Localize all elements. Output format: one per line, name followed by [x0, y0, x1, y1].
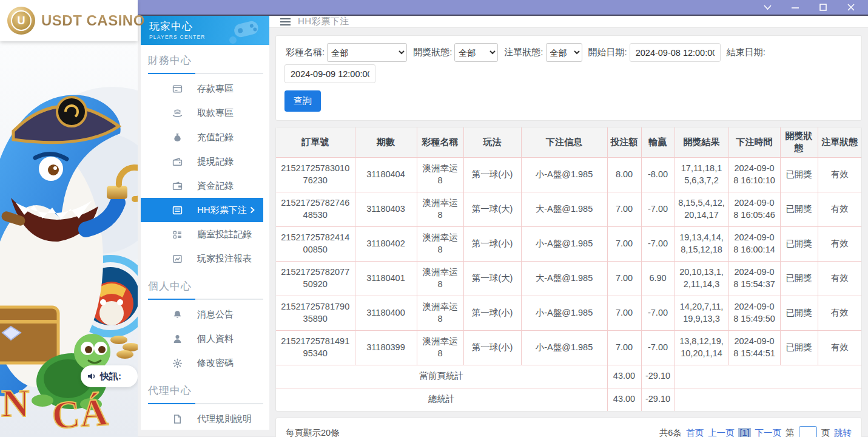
cell-draw-result: 17,11,18,15,6,3,7,2	[675, 157, 728, 192]
sidebar-item-label: 廳室投註記錄	[197, 229, 252, 240]
sidebar-item-withdraw-zone[interactable]: 取款專區	[141, 101, 263, 125]
end-date-input[interactable]	[284, 64, 375, 83]
lottery-select[interactable]: 全部	[327, 43, 407, 62]
sidebar-item-player-bet-report[interactable]: 玩家投注報表	[141, 246, 263, 271]
cell-period: 31180403	[355, 192, 417, 226]
cell-play-type: 第一球(大)	[463, 261, 521, 296]
grid-icon	[172, 229, 183, 240]
sidebar-item-profile[interactable]: 個人資料	[141, 327, 263, 351]
sidebar-item-label: 取款專區	[197, 107, 234, 119]
gear-icon	[172, 358, 183, 368]
cell-period: 31180402	[355, 226, 417, 261]
sidebar-item-funds-record[interactable]: 資金記錄	[141, 174, 263, 198]
col-header-bet-info: 下注信息	[521, 127, 607, 157]
cell-order-no: 2152172578301076230	[276, 157, 355, 192]
window-close-icon[interactable]	[846, 2, 856, 12]
page-size-text: 每頁顯示20條	[286, 427, 340, 437]
hand-coin-icon	[172, 108, 183, 118]
cell-bet-info: 小-A盤@1.985	[521, 296, 607, 330]
cell-draw-status: 已開獎	[780, 330, 818, 365]
cell-lottery-name: 澳洲幸运8	[417, 296, 463, 330]
report-icon	[172, 254, 183, 264]
cell-period: 31180400	[355, 296, 417, 330]
ticker-label: 快訊:	[100, 371, 121, 382]
draw-status-select[interactable]: 全部	[454, 43, 498, 62]
person-icon	[172, 334, 183, 344]
sidebar-item-hall-bet-record[interactable]: 廳室投註記錄	[141, 222, 263, 246]
cell-draw-status: 已開獎	[780, 226, 818, 261]
sidebar-item-hh-lottery-bets[interactable]: HH彩票下注	[141, 198, 263, 222]
sidebar-item-label: 個人資料	[197, 333, 234, 345]
table-row: 215217257814919534031180399澳洲幸运8第一球(小)小-…	[276, 330, 861, 365]
summary-win-loss: -29.10	[641, 388, 675, 411]
cell-order-status: 有效	[818, 330, 861, 365]
current-page[interactable]: [1]	[738, 428, 750, 437]
cell-order-no: 2152172578149195340	[276, 330, 355, 365]
sidebar-item-withdrawal-record[interactable]: 提現記錄	[141, 149, 263, 174]
window-chevron-down-icon[interactable]	[762, 2, 772, 12]
cell-bet-amount: 7.00	[607, 192, 641, 226]
first-page-link[interactable]: 首页	[686, 427, 704, 437]
bets-table-card: 訂單號期數彩種名稱玩法下注信息投注額輸贏開獎結果下注時間開獎狀態注單狀態 215…	[275, 127, 862, 412]
sidebar-item-deposit-zone[interactable]: 存款專區	[141, 76, 263, 101]
end-date-label: 結束日期:	[727, 47, 765, 58]
sidebar-item-change-password[interactable]: 修改密碼	[141, 351, 263, 375]
cell-bet-amount: 7.00	[607, 226, 641, 261]
cell-bet-time: 2024-09-08 15:54:37	[728, 261, 780, 296]
col-header-bet-amount: 投注額	[607, 127, 641, 157]
summary-win-loss: -29.10	[641, 365, 675, 388]
cell-draw-result: 13,8,12,19,10,20,1,14	[675, 330, 728, 365]
order-status-label: 注單狀態:	[504, 47, 543, 58]
cell-play-type: 第一球(小)	[463, 296, 521, 330]
section-underline	[148, 299, 263, 300]
cell-win-loss: -7.00	[641, 330, 675, 365]
sidebar-item-recharge-record[interactable]: 充值記錄	[141, 125, 263, 149]
col-header-win-loss: 輸贏	[641, 127, 675, 157]
start-date-input[interactable]	[630, 43, 721, 62]
cell-order-no: 2152172578274648530	[276, 192, 355, 226]
jump-link[interactable]: 跳转	[834, 427, 852, 437]
window-minimize-icon[interactable]	[790, 2, 800, 12]
jump-prefix: 第	[786, 427, 795, 437]
window-maximize-icon[interactable]	[818, 2, 828, 12]
page-jump-input[interactable]	[799, 426, 817, 437]
content: 彩種名稱: 全部 開獎狀態: 全部 注單狀態: 全部 開始日期: 結束日期: 查…	[269, 28, 868, 437]
sidebar-item-agent-rules[interactable]: 代理規則說明	[141, 407, 263, 431]
cell-lottery-name: 澳洲幸运8	[417, 157, 463, 192]
cell-bet-info: 小-A盤@1.985	[521, 157, 607, 192]
query-button[interactable]: 查詢	[284, 90, 321, 112]
cell-bet-amount: 8.00	[607, 157, 641, 192]
cell-draw-result: 14,20,7,11,19,9,13,3	[675, 296, 728, 330]
sidebar-header: 玩家中心 PLAYERS CENTER	[141, 16, 269, 45]
casino-illustration: N CÁ 快訊:	[0, 41, 138, 437]
usdt-coin-icon: U	[7, 7, 35, 35]
cell-draw-result: 8,15,5,4,12,20,14,17	[675, 192, 728, 226]
table-row: 215217257824140085031180402澳洲幸运8第一球(小)小-…	[276, 226, 861, 261]
cell-lottery-name: 澳洲幸运8	[417, 261, 463, 296]
brand-logo: U USDT CASINO	[0, 0, 138, 41]
prev-page-link[interactable]: 上一页	[708, 427, 735, 437]
sidebar-item-label: 修改密碼	[197, 357, 234, 369]
sidebar-item-label: 代理規則說明	[197, 413, 252, 425]
brand-column: U USDT CASINO	[0, 0, 138, 437]
page-title: HH彩票下注	[298, 16, 349, 27]
menu-icon[interactable]	[280, 18, 291, 26]
sidebar-item-messages[interactable]: 消息公告	[141, 302, 263, 327]
next-page-link[interactable]: 下一页	[755, 427, 782, 437]
sidebar-item-label: 存款專區	[197, 83, 234, 95]
cell-draw-result: 20,10,13,1,2,11,14,3	[675, 261, 728, 296]
summary-label: 當前頁統計	[276, 365, 607, 388]
sidebar-nav: 財務中心存款專區取款專區充值記錄提現記錄資金記錄HH彩票下注廳室投註記錄玩家投注…	[141, 45, 269, 431]
cell-bet-time: 2024-09-08 15:49:50	[728, 296, 780, 330]
section-title: 代理中心	[141, 375, 269, 398]
sidebar-item-label: 資金記錄	[197, 180, 234, 192]
jump-suffix: 页	[821, 427, 830, 437]
order-status-select[interactable]: 全部	[546, 43, 582, 62]
table-row: 215217257817903589031180400澳洲幸运8第一球(小)小-…	[276, 296, 861, 330]
col-header-bet-time: 下注時間	[728, 127, 780, 157]
cell-order-status: 有效	[818, 296, 861, 330]
cell-win-loss: 6.90	[641, 261, 675, 296]
wallet2-icon	[172, 181, 183, 191]
news-ticker[interactable]: 快訊:	[81, 365, 138, 387]
col-header-order-status: 注單狀態	[818, 127, 861, 157]
